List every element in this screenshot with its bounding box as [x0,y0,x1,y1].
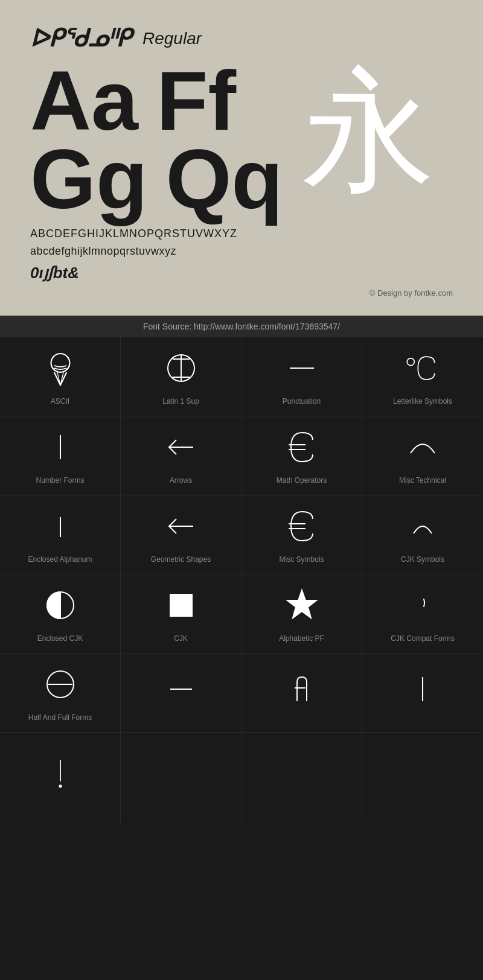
euro-icon [284,504,320,548]
letter-G: Gg [30,137,147,221]
cell-mathops: Math Operators [242,416,362,495]
arc-small-icon [405,504,441,548]
cell-row5-2 [121,654,242,732]
grid-row-1: ASCII Latin 1 Sup Punctuation [0,337,483,416]
info-bar: Font Source: http://www.fontke.com/font/… [0,316,483,337]
letter-A: Aa [30,59,138,143]
cell-geomshapes: Geometric Shapes [121,495,242,574]
letter-pair-aa: Aa [30,59,138,143]
cell-numberforms-label: Number Forms [36,476,84,486]
cell-enclosedcjk-label: Enclosed CJK [37,634,83,644]
cell-letterlike-label: Letterlike Symbols [393,397,452,407]
svg-point-8 [407,358,414,366]
cell-cjk: CJK [121,574,242,653]
arrow-left-thin-icon [163,504,199,548]
arc-icon [405,425,441,469]
chinese-char: 永 [302,65,435,197]
cell-punctuation: Punctuation [242,337,362,416]
cell-row5-3 [242,654,362,732]
cell-bottom-4 [362,733,483,823]
cell-arrows-label: Arrows [170,476,192,486]
font-logo: ᐅᑭᖁᓄᐦᑭ [30,24,130,52]
cell-arrows: Arrows [121,416,242,495]
grid-row-2: Number Forms Arrows Math Operators [0,416,483,495]
backtick-icon [405,584,441,627]
grid-section: ASCII Latin 1 Sup Punctuation [0,337,483,823]
celsius-icon [405,346,441,390]
cell-geomshapes-label: Geometric Shapes [151,555,211,565]
svg-rect-19 [170,594,192,616]
vertical-bar-icon [42,425,78,469]
cell-latin1-label: Latin 1 Sup [162,397,199,407]
cell-halffulls-label: Half And Full Forms [28,713,92,723]
alphabet-upper: ABCDEFGHIJKLMNOPQRSTUVWXYZ [30,228,453,240]
cell-alphabeticpf-label: Alphabetic PF [279,634,324,644]
cell-mathops-label: Math Operators [277,476,327,486]
square-filled-icon [163,584,199,627]
fi-ligature-icon [284,663,320,716]
cell-miscsymbols-label: Misc Symbols [279,555,324,565]
cell-bottom-2 [121,733,242,823]
currency-icon [163,346,199,390]
font-name-display: ᐅᑭᖁᓄᐦᑭ Regular [30,24,453,52]
cell-enclosedcjk: Enclosed CJK [0,574,121,653]
arrow-left-icon [163,425,199,469]
cell-row5-4 [362,654,483,732]
bottom-row [0,733,483,823]
svg-marker-20 [287,590,316,618]
cell-cjkcompat-label: CJK Compat Forms [391,634,454,644]
cell-cjkcompat: CJK Compat Forms [362,574,483,653]
dash-medium-icon [163,663,199,716]
ice-cream-icon [42,346,78,390]
cell-enclosedalphanum: Enclosed Alphanum [0,495,121,574]
star-icon [284,584,320,627]
font-source-label: Font Source: http://www.fontke.com/font/… [143,322,340,331]
vertical-bar-small-icon [42,504,78,548]
letter-Q: Qq [165,137,283,221]
numbers-display: 0ıȷʃbt& [30,264,453,282]
cell-bottom-exclamation [0,733,121,823]
cell-cjksymbols: CJK Symbols [362,495,483,574]
euro-variant-icon [284,425,320,469]
alphabet-lower: abcdefghijklmnopqrstuvwxyz [30,245,453,258]
svg-point-26 [59,784,62,788]
grid-row-3: Enclosed Alphanum Geometric Shapes Misc … [0,495,483,574]
minus-circle-icon [42,663,78,706]
exclamation-icon [42,742,78,807]
cell-letterlike: Letterlike Symbols [362,337,483,416]
cell-ascii-label: ASCII [51,397,69,407]
cell-halffulls: Half And Full Forms [0,654,121,732]
cell-miscsymbols: Misc Symbols [242,495,362,574]
cell-cjk-label: CJK [174,634,188,644]
letter-pair-qq: Qq [165,137,283,221]
font-style-label: Regular [142,29,202,48]
letter-F: Ff [156,59,236,143]
cell-enclosedalphanum-label: Enclosed Alphanum [28,555,92,565]
cell-punctuation-label: Punctuation [283,397,321,407]
dash-icon [284,346,320,390]
cell-numberforms: Number Forms [0,416,121,495]
cell-cjksymbols-label: CJK Symbols [401,555,444,565]
cell-bottom-3 [242,733,362,823]
letter-pair-gg: Gg [30,137,147,221]
circle-half-icon [42,584,78,627]
cell-latin1: Latin 1 Sup [121,337,242,416]
cell-ascii: ASCII [0,337,121,416]
copyright: © Design by fontke.com [30,288,453,304]
cell-misctechnical-label: Misc Technical [399,476,446,486]
cell-misctechnical: Misc Technical [362,416,483,495]
cell-alphabeticpf: Alphabetic PF [242,574,362,653]
vert-bar-thin-icon [405,663,441,716]
grid-row-4: Enclosed CJK CJK Alphabetic PF [0,574,483,654]
grid-row-5: Half And Full Forms [0,654,483,733]
letter-pair-ff: Ff [156,59,236,143]
hero-section: ᐅᑭᖁᓄᐦᑭ Regular Aa Ff Gg Qq 永 AB [0,0,483,316]
